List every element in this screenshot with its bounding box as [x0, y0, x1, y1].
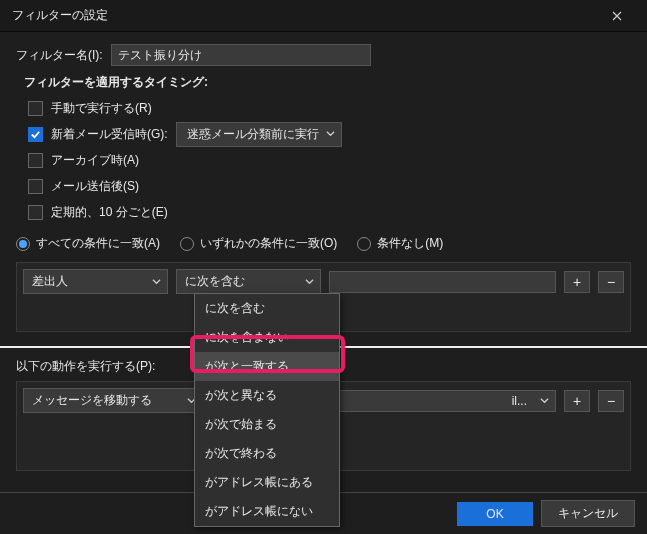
operator-option[interactable]: が次と異なる [195, 381, 339, 410]
operator-option[interactable]: がアドレス帳にない [195, 497, 339, 526]
match-all-radio[interactable]: すべての条件に一致(A) [16, 235, 160, 252]
cancel-button[interactable]: キャンセル [541, 500, 635, 527]
junk-timing-value: 迷惑メール分類前に実行 [187, 127, 319, 141]
match-any-label: いずれかの条件に一致(O) [200, 235, 337, 252]
conditions-area: 差出人 に次を含む + − に次を含む に次を含まない が次と一致する が次と異… [16, 262, 631, 332]
operator-option[interactable]: が次と一致する [195, 352, 339, 381]
chevron-down-icon [540, 394, 549, 408]
match-any-radio[interactable]: いずれかの条件に一致(O) [180, 235, 337, 252]
manual-label: 手動で実行する(R) [51, 100, 152, 117]
timing-section-title: フィルターを適用するタイミング: [24, 74, 631, 91]
condition-value-input[interactable] [329, 271, 556, 293]
operator-dropdown-menu: に次を含む に次を含まない が次と一致する が次と異なる が次で始まる が次で終… [194, 293, 340, 527]
action-type-value: メッセージを移動する [32, 393, 152, 407]
operator-option[interactable]: が次で始まる [195, 410, 339, 439]
add-condition-button[interactable]: + [564, 271, 590, 293]
remove-action-button[interactable]: − [598, 390, 624, 412]
ok-button[interactable]: OK [457, 502, 533, 526]
aftersend-checkbox[interactable] [28, 179, 43, 194]
manual-checkbox[interactable] [28, 101, 43, 116]
radio-icon [180, 237, 194, 251]
filter-name-input[interactable] [111, 44, 371, 66]
chevron-down-icon [305, 275, 314, 289]
condition-field-value: 差出人 [32, 274, 68, 288]
chevron-down-icon [326, 127, 335, 141]
filter-name-label: フィルター名(I): [16, 47, 103, 64]
radio-icon [16, 237, 30, 251]
match-none-radio[interactable]: 条件なし(M) [357, 235, 443, 252]
action-target-suffix: il... [512, 394, 527, 408]
junk-timing-select[interactable]: 迷惑メール分類前に実行 [176, 122, 342, 147]
periodic-label: 定期的、10 分ごと(E) [51, 204, 168, 221]
operator-option[interactable]: が次で終わる [195, 439, 339, 468]
condition-operator-value: に次を含む [185, 274, 245, 288]
newmail-checkbox[interactable] [28, 127, 43, 142]
match-all-label: すべての条件に一致(A) [36, 235, 160, 252]
close-icon [612, 11, 622, 21]
chevron-down-icon [152, 275, 161, 289]
aftersend-label: メール送信後(S) [51, 178, 139, 195]
match-none-label: 条件なし(M) [377, 235, 443, 252]
periodic-checkbox[interactable] [28, 205, 43, 220]
check-icon [30, 129, 41, 140]
condition-field-select[interactable]: 差出人 [23, 269, 168, 294]
newmail-label: 新着メール受信時(G): [51, 126, 168, 143]
close-button[interactable] [599, 0, 635, 32]
operator-option[interactable]: に次を含まない [195, 323, 339, 352]
operator-option[interactable]: に次を含む [195, 294, 339, 323]
archive-checkbox[interactable] [28, 153, 43, 168]
remove-condition-button[interactable]: − [598, 271, 624, 293]
radio-icon [357, 237, 371, 251]
condition-operator-select[interactable]: に次を含む [176, 269, 321, 294]
window-title: フィルターの設定 [12, 7, 108, 24]
operator-option[interactable]: がアドレス帳にある [195, 468, 339, 497]
archive-label: アーカイブ時(A) [51, 152, 139, 169]
add-action-button[interactable]: + [564, 390, 590, 412]
action-type-select[interactable]: メッセージを移動する [23, 388, 203, 413]
